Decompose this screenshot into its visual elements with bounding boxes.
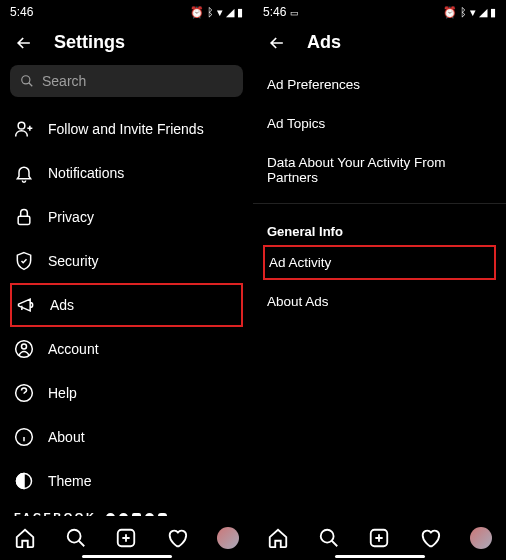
settings-header: Settings [0, 24, 253, 65]
item-label: Theme [48, 473, 92, 489]
back-icon[interactable] [267, 33, 287, 53]
general-info-label: General Info [253, 210, 506, 243]
signal-icon: ◢ [226, 6, 234, 19]
item-label: Security [48, 253, 99, 269]
ads-item-about-ads[interactable]: About Ads [253, 282, 506, 321]
new-post-icon[interactable] [368, 527, 390, 549]
user-plus-icon [14, 119, 34, 139]
svg-point-1 [18, 122, 25, 129]
user-circle-icon [14, 339, 34, 359]
highlight-ad-activity: Ad Activity [263, 245, 496, 280]
page-title: Settings [54, 32, 125, 53]
ads-item-topics[interactable]: Ad Topics [253, 104, 506, 143]
page-title: Ads [307, 32, 341, 53]
svg-point-0 [22, 76, 30, 84]
settings-item-privacy[interactable]: Privacy [0, 195, 253, 239]
nav-indicator [335, 555, 425, 558]
profile-avatar[interactable] [470, 527, 492, 549]
battery-icon: ▮ [237, 6, 243, 19]
svg-point-10 [321, 530, 334, 543]
bottom-nav [253, 516, 506, 560]
ads-header: Ads [253, 24, 506, 65]
status-time: 5:46 [10, 5, 33, 19]
highlight-ads: Ads [10, 283, 243, 327]
item-label: Notifications [48, 165, 124, 181]
svg-point-4 [22, 344, 27, 349]
search-placeholder: Search [42, 73, 86, 89]
status-bar: 5:46 ⏰ ᛒ ▾ ◢ ▮ [0, 0, 253, 24]
bluetooth-icon: ᛒ [460, 6, 467, 18]
item-label: Privacy [48, 209, 94, 225]
bottom-nav [0, 516, 253, 560]
ads-item-preferences[interactable]: Ad Preferences [253, 65, 506, 104]
alarm-icon: ⏰ [190, 6, 204, 19]
status-bar: 5:46 ▭ ⏰ ᛒ ▾ ◢ ▮ [253, 0, 506, 24]
item-label: Follow and Invite Friends [48, 121, 204, 137]
settings-item-help[interactable]: Help [0, 371, 253, 415]
shield-icon [14, 251, 34, 271]
settings-item-about[interactable]: About [0, 415, 253, 459]
activity-icon[interactable] [419, 527, 441, 549]
settings-item-account[interactable]: Account [0, 327, 253, 371]
wifi-icon: ▾ [217, 6, 223, 19]
settings-item-notifications[interactable]: Notifications [0, 151, 253, 195]
battery-icon: ▮ [490, 6, 496, 19]
status-time: 5:46 ▭ [263, 5, 299, 19]
search-nav-icon[interactable] [65, 527, 87, 549]
alarm-icon: ⏰ [443, 6, 457, 19]
search-input[interactable]: Search [10, 65, 243, 97]
ads-item-ad-activity[interactable]: Ad Activity [265, 247, 494, 278]
home-icon[interactable] [267, 527, 289, 549]
status-icons: ⏰ ᛒ ▾ ◢ ▮ [443, 6, 496, 19]
search-nav-icon[interactable] [318, 527, 340, 549]
home-icon[interactable] [14, 527, 36, 549]
info-icon [14, 427, 34, 447]
wifi-icon: ▾ [470, 6, 476, 19]
item-label: About [48, 429, 85, 445]
bluetooth-icon: ᛒ [207, 6, 214, 18]
divider [253, 203, 506, 204]
item-label: Help [48, 385, 77, 401]
lock-icon [14, 207, 34, 227]
megaphone-icon [16, 295, 36, 315]
settings-item-follow-invite[interactable]: Follow and Invite Friends [0, 107, 253, 151]
nav-indicator [82, 555, 172, 558]
search-icon [20, 74, 34, 88]
svg-point-8 [68, 530, 81, 543]
settings-item-theme[interactable]: Theme [0, 459, 253, 503]
bell-icon [14, 163, 34, 183]
profile-avatar[interactable] [217, 527, 239, 549]
new-post-icon[interactable] [115, 527, 137, 549]
theme-icon [14, 471, 34, 491]
item-label: Account [48, 341, 99, 357]
settings-item-ads[interactable]: Ads [14, 285, 239, 325]
settings-item-security[interactable]: Security [0, 239, 253, 283]
back-icon[interactable] [14, 33, 34, 53]
signal-icon: ◢ [479, 6, 487, 19]
screenshot-icon: ▭ [290, 8, 299, 18]
help-icon [14, 383, 34, 403]
status-icons: ⏰ ᛒ ▾ ◢ ▮ [190, 6, 243, 19]
activity-icon[interactable] [166, 527, 188, 549]
item-label: Ads [50, 297, 74, 313]
ads-item-partner-data[interactable]: Data About Your Activity From Partners [253, 143, 506, 197]
svg-rect-2 [18, 216, 30, 224]
